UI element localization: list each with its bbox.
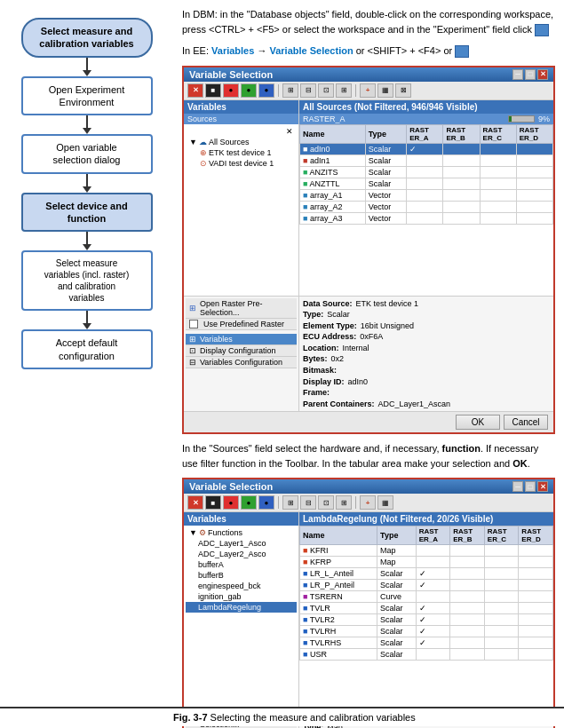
table-row-2[interactable]: ■ TVLRH Scalar✓: [300, 626, 553, 637]
row-icon-tsrern: ■: [303, 592, 307, 601]
tb-black-sq[interactable]: ■: [205, 83, 221, 98]
vs-titlebar-2: Variable Selection ─ □ ✕: [184, 479, 553, 494]
tree-all-sources[interactable]: ▼ ☁ All Sources: [186, 137, 297, 147]
tb-grid4[interactable]: ⊟: [300, 495, 316, 510]
table-row-2[interactable]: ■ USR Scalar: [300, 649, 553, 661]
col-type-2: Type: [377, 526, 417, 545]
variables-link[interactable]: Variables: [211, 45, 254, 56]
vars-config-btn[interactable]: ⊟ Variables Configuration: [186, 357, 297, 368]
cancel-btn-1[interactable]: Cancel: [504, 415, 548, 430]
table-row-2[interactable]: ■ TVLR Scalar✓: [300, 603, 553, 614]
vs-toolbar-2: ✕ ■ ● ● ● ⊞ ⊟ ⊡ ⊞ + ▦: [184, 494, 553, 512]
variable-selection-link[interactable]: Variable Selection: [269, 45, 353, 56]
table-row-2[interactable]: ■ TSRERN Curve: [300, 591, 553, 603]
vs-title-2: Variable Selection: [189, 481, 273, 492]
use-predefined-label: Use Predefined Raster: [203, 320, 284, 328]
progress-bar-1: [508, 115, 535, 123]
tree-ignition[interactable]: ignition_gab: [186, 591, 297, 602]
para2-text: In EE: Variables → Variable Selection or…: [182, 44, 555, 59]
tree-adc-layer1[interactable]: ADC_Layer1_Asco: [186, 538, 297, 549]
tb-black-sq-2[interactable]: ■: [205, 495, 221, 510]
maximize-btn-1[interactable]: □: [525, 69, 536, 80]
tb-grid2[interactable]: ⊟: [300, 83, 316, 98]
tree-close-icon[interactable]: ✕: [286, 127, 293, 136]
table-row[interactable]: ■ ANZITS Scalar: [300, 166, 553, 178]
use-predefined-checkbox[interactable]: [189, 320, 198, 328]
tree-adc-layer2[interactable]: ADC_Layer2_Asco: [186, 549, 297, 559]
tree-functions[interactable]: ▼ ⚙ Functions: [186, 527, 297, 538]
tb-plus[interactable]: +: [360, 83, 376, 98]
variables-table-2: Name Type RASTER_A RASTER_B RASTER_C RAS…: [299, 526, 553, 661]
adc1-label: ADC_Layer1_Asco: [198, 539, 266, 548]
row-icon-2: ■: [303, 156, 307, 165]
table-row-2[interactable]: ■ TVLR2 Scalar✓: [300, 614, 553, 626]
table-row[interactable]: ■ array_A3 Vector: [300, 212, 553, 224]
tb-grid3[interactable]: ⊞: [282, 495, 298, 510]
tree-vadi-device[interactable]: ⊙ VADI test device 1: [186, 158, 297, 169]
tb-filter[interactable]: ⊡: [318, 83, 334, 98]
tree-expand-2: ▼: [189, 528, 197, 537]
win-controls-1[interactable]: ─ □ ✕: [512, 69, 548, 80]
tb-filter3[interactable]: ⊡: [318, 495, 334, 510]
tb-close-2[interactable]: ✕: [187, 495, 203, 510]
tree-buffera[interactable]: bufferA: [186, 559, 297, 570]
tb-filter2[interactable]: ⊞: [336, 83, 352, 98]
table-row[interactable]: ■ ANZTTL Scalar: [300, 178, 553, 189]
ok-btn-1[interactable]: OK: [456, 415, 500, 430]
adc2-label: ADC_Layer2_Asco: [198, 550, 266, 558]
tree-etk-device[interactable]: ⊕ ETK test device 1: [186, 147, 297, 158]
all-sources-icon: ☁: [199, 138, 207, 146]
maximize-btn-2[interactable]: □: [525, 481, 536, 492]
minimize-btn-1[interactable]: ─: [512, 69, 523, 80]
tb-close[interactable]: ✕: [187, 83, 203, 98]
table-row-2[interactable]: ■ LR_L_Anteil Scalar✓: [300, 568, 553, 580]
tb-red-2[interactable]: ●: [223, 495, 239, 510]
table-row-2[interactable]: ■ LR_P_Anteil Scalar✓: [300, 580, 553, 591]
vs-right-panel-1: All Sources (Not Filtered, 946/946 Visib…: [299, 100, 553, 296]
flow-step-label-4: Select device andfunction: [45, 201, 127, 224]
use-predefined-btn[interactable]: Use Predefined Raster: [186, 319, 297, 330]
minimize-btn-2[interactable]: ─: [512, 481, 523, 492]
table-row-2[interactable]: ■ TVLRHS Scalar✓: [300, 637, 553, 649]
open-raster-btn[interactable]: ⊞ Open Raster Pre-Selection...: [186, 298, 297, 319]
row-icon-4: ■: [303, 179, 307, 188]
tb-blue-2[interactable]: ●: [258, 495, 274, 510]
tb-extra3[interactable]: ▦: [377, 495, 393, 510]
flow-step-open-var: Open variableselection dialog: [21, 134, 153, 174]
tree-lambdaregelung[interactable]: LambdaRegelung: [186, 602, 297, 613]
flow-step-select-vars: Select measurevariables (incl. raster)an…: [21, 250, 153, 311]
table-row[interactable]: ■ array_A2 Vector: [300, 201, 553, 212]
table-row[interactable]: ■ array_A1 Vector: [300, 189, 553, 201]
row-icon-tvlr: ■: [303, 604, 307, 613]
vs-left-header-2: Variables: [184, 512, 298, 526]
col-raster-a2: RASTER_A: [416, 526, 450, 545]
tb-green[interactable]: ●: [241, 83, 257, 98]
tb-red[interactable]: ●: [223, 83, 239, 98]
prop-display-id: Display ID: adIn0: [303, 376, 550, 388]
tb-green-2[interactable]: ●: [241, 495, 257, 510]
tree-bufferb[interactable]: bufferB: [186, 570, 297, 581]
tb-extra2[interactable]: ⊠: [395, 83, 411, 98]
table-row[interactable]: ■ adIn0 Scalar ✓: [300, 143, 553, 154]
win-controls-2[interactable]: ─ □ ✕: [512, 481, 548, 492]
progress-fill-1: [509, 116, 512, 122]
tree-enginespeed[interactable]: enginespeed_bck: [186, 581, 297, 591]
prop-parent: Parent Containers: ADC_Layer1_Ascan: [303, 399, 550, 410]
table-row-2[interactable]: ■ KFRP Map: [300, 557, 553, 568]
tb-grid1[interactable]: ⊞: [282, 83, 298, 98]
variables-section-btn[interactable]: ⊞ Variables: [186, 334, 297, 345]
tb-filter4[interactable]: ⊞: [336, 495, 352, 510]
tb-extra[interactable]: ▦: [377, 83, 393, 98]
row-icon-kfrp: ■: [303, 558, 307, 566]
variables-table-1: Name Type RASTER_A RASTER_B RASTER_C RAS…: [299, 124, 553, 225]
tb-plus-2[interactable]: +: [360, 495, 376, 510]
close-btn-2[interactable]: ✕: [537, 481, 548, 492]
tb-blue[interactable]: ●: [258, 83, 274, 98]
toolbar-icon: [535, 24, 549, 36]
close-btn-1[interactable]: ✕: [537, 69, 548, 80]
display-config-btn[interactable]: ⊡ Display Configuration: [186, 345, 297, 357]
table-row[interactable]: ■ adIn1 Scalar: [300, 154, 553, 166]
vs-right-header-2: LambdaRegelung (Not Filtered, 20/26 Visi…: [299, 512, 553, 526]
table-row-2[interactable]: ■ KFRI Map: [300, 545, 553, 557]
func-folder-icon: ⚙: [199, 528, 206, 537]
